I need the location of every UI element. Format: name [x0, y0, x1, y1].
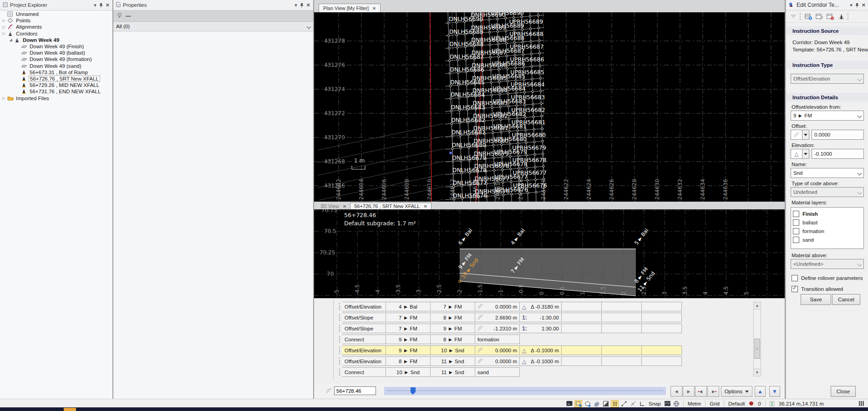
- cell-delta-value[interactable]: △Δ -0.1000 m: [520, 356, 562, 366]
- scroll-thumb[interactable]: ≡: [754, 339, 760, 359]
- row-drag-handle[interactable]: [339, 347, 340, 354]
- cell-instruction-type[interactable]: Connect: [342, 367, 386, 377]
- cell-code-from[interactable]: 7 ► FM: [386, 313, 431, 322]
- cell-empty[interactable]: [562, 313, 602, 322]
- tree-expander-icon[interactable]: ▷: [2, 19, 6, 23]
- cell-offset-value[interactable]: 0.0000 m: [475, 345, 520, 355]
- pin-icon[interactable]: [855, 3, 859, 7]
- offset-mode-button[interactable]: [791, 130, 802, 140]
- prism-icon[interactable]: [593, 400, 600, 407]
- tree-expander-icon[interactable]: ◢: [9, 38, 13, 42]
- statusbar-label[interactable]: Metre: [686, 401, 702, 406]
- instruction-row[interactable]: Offset/Elevation4 ► Bal7 ► FM0.0000 m△Δ …: [342, 302, 682, 311]
- transition-checkbox[interactable]: [792, 286, 798, 292]
- prev-template-button[interactable]: ▪◄: [695, 386, 707, 397]
- name-dropdown[interactable]: Snd: [791, 168, 864, 178]
- cell-code-to[interactable]: 7 ► FM: [431, 302, 475, 311]
- tab-plan-view[interactable]: Plan View [My Filter] ✕: [319, 4, 381, 12]
- pin-icon[interactable]: [299, 3, 304, 7]
- cell-code-to[interactable]: 8 ► FM: [431, 335, 475, 344]
- tree-item[interactable]: 56+729.26 , MID NEW XFALL: [0, 82, 112, 88]
- close-icon[interactable]: ✕: [306, 2, 310, 8]
- tree-item[interactable]: Down Week 49 (sand): [0, 63, 112, 69]
- terminal-icon[interactable]: >_: [565, 400, 573, 407]
- cell-empty[interactable]: [642, 356, 682, 366]
- cell-material[interactable]: formation: [475, 335, 520, 344]
- pin-icon[interactable]: [99, 3, 103, 7]
- cell-offset-value[interactable]: 2.6690 m: [475, 313, 520, 322]
- cell-slope-value[interactable]: 1:1:30.00: [520, 324, 562, 333]
- statusbar-label[interactable]: Default: [727, 401, 746, 406]
- material-layer-checkbox[interactable]: [793, 219, 799, 226]
- taskbar-item[interactable]: [64, 408, 76, 411]
- tree-item[interactable]: 56+726.76 , SRT New XFALL: [0, 76, 112, 82]
- tree-expander-icon[interactable]: ▷: [2, 25, 6, 29]
- material-layer-row[interactable]: ballast: [793, 219, 862, 226]
- tree-item[interactable]: ▷Alignments: [0, 24, 112, 30]
- panel-menu-icon[interactable]: ▾: [850, 3, 853, 8]
- cell-instruction-type[interactable]: Offset/Slope: [342, 324, 386, 333]
- elevation-mode-button[interactable]: △: [791, 149, 802, 159]
- material-layers-list[interactable]: Finishballastformationsand: [791, 207, 864, 249]
- material-layer-row[interactable]: Finish: [793, 210, 862, 218]
- cell-code-from[interactable]: 9 ► FM: [386, 345, 431, 355]
- options-button[interactable]: Options: [721, 386, 752, 397]
- station-input[interactable]: [334, 386, 376, 395]
- cell-code-from[interactable]: 7 ► FM: [386, 324, 431, 333]
- cell-code-from[interactable]: 4 ► Bal: [386, 302, 431, 311]
- instruction-row[interactable]: Offset/Elevation8 ► FM11 ► Snd0.0000 m△Δ…: [342, 356, 682, 366]
- cell-instruction-type[interactable]: Connect: [342, 335, 386, 344]
- tree-expander-icon[interactable]: ▷: [2, 31, 6, 36]
- tree-item[interactable]: Unnamed: [0, 11, 112, 17]
- station-slider[interactable]: [384, 387, 666, 395]
- tab-section-view[interactable]: 56+726.76 , SRT New XFALL ✕: [350, 203, 431, 209]
- tree-item[interactable]: Down Week 49 (Finish): [0, 43, 112, 50]
- plan-canvas[interactable]: 4312784312764312744312724312704312684312…: [314, 12, 785, 202]
- cell-empty[interactable]: [602, 356, 642, 366]
- scroll-up-button[interactable]: ▲: [754, 302, 761, 310]
- instruction-row[interactable]: Offset/Slope7 ► FM8 ► FM2.6690 m1:-1:30.…: [342, 313, 682, 322]
- elevation-input[interactable]: -0.1000: [812, 149, 864, 159]
- rollover-checkbox[interactable]: [792, 275, 798, 281]
- cell-code-to[interactable]: 8 ► FM: [431, 313, 475, 322]
- cell-offset-value[interactable]: -1.2310 m: [475, 324, 520, 333]
- row-drag-handle[interactable]: [339, 303, 340, 310]
- cell-instruction-type[interactable]: Offset/Slope: [342, 313, 386, 322]
- instruction-row[interactable]: Connect9 ► FM8 ► FMformation: [342, 335, 520, 344]
- properties-filter-dropdown[interactable]: All (0): [113, 22, 313, 31]
- material-layer-checkbox[interactable]: [793, 228, 799, 234]
- tree-item[interactable]: ▷Imported Files: [0, 95, 112, 101]
- tree-expander-icon[interactable]: ▷: [2, 96, 6, 100]
- elevation-mode-dropdown[interactable]: [802, 149, 809, 159]
- cell-empty[interactable]: [642, 324, 682, 333]
- row-drag-handle[interactable]: [339, 325, 340, 332]
- row-drag-handle[interactable]: [339, 314, 340, 321]
- cell-delta-value[interactable]: △Δ -0.3180 m: [520, 302, 562, 311]
- cell-code-to[interactable]: 11 ► Snd: [431, 356, 475, 366]
- row-drag-handle[interactable]: [339, 369, 340, 375]
- statusbar-label[interactable]: 36.214 m,14.731 m: [777, 401, 825, 406]
- next-station-button[interactable]: ►: [683, 386, 695, 397]
- grid-icon[interactable]: [611, 400, 619, 407]
- close-icon[interactable]: ✕: [343, 204, 346, 209]
- transition-checkbox-row[interactable]: Transition allowed: [792, 285, 868, 293]
- halfsq-icon[interactable]: [602, 400, 609, 407]
- offset-mode-dropdown[interactable]: [802, 130, 809, 140]
- add-instruction-icon[interactable]: [804, 12, 813, 20]
- move-up-button[interactable]: ▲: [755, 386, 766, 397]
- corner-icon[interactable]: [638, 400, 646, 407]
- cell-code-to[interactable]: 9 ► FM: [431, 324, 475, 333]
- close-icon[interactable]: ✕: [423, 204, 427, 209]
- material-layer-checkbox[interactable]: [793, 211, 799, 217]
- cell-empty[interactable]: [562, 324, 602, 333]
- cell-empty[interactable]: [602, 345, 642, 355]
- map-icon[interactable]: [664, 400, 671, 407]
- close-icon[interactable]: ✕: [862, 2, 866, 8]
- close-button[interactable]: Close: [831, 386, 856, 397]
- next-template-button[interactable]: ►▪: [707, 386, 719, 397]
- section-canvas[interactable]: 70.7570.570.2570-5-4.5-4-3.5-3-2.5-2-1.5…: [314, 209, 785, 298]
- snapline-icon[interactable]: [620, 400, 628, 407]
- cell-code-to[interactable]: 11 ► Snd: [431, 367, 475, 377]
- row-drag-handle[interactable]: [339, 336, 340, 343]
- globe-icon[interactable]: [673, 400, 680, 407]
